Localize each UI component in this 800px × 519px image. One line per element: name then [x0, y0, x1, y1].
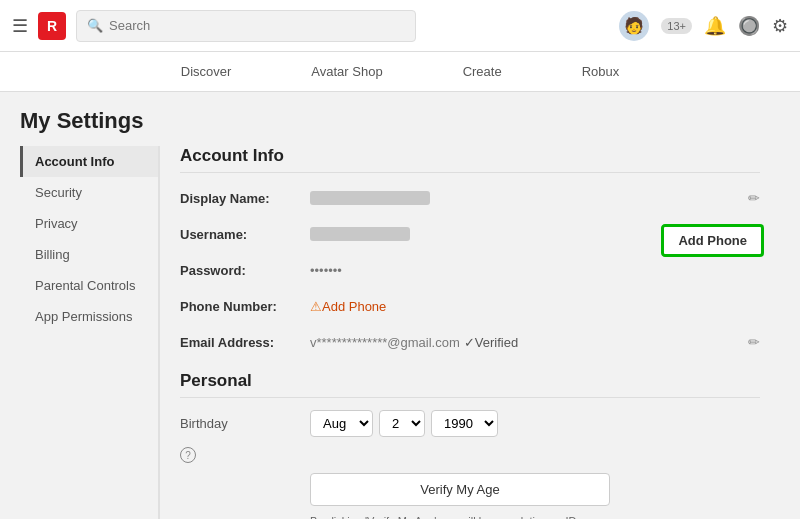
- verify-description: By clicking 'Verify My Age' you will be …: [310, 514, 630, 519]
- add-phone-link[interactable]: Add Phone: [322, 299, 386, 314]
- nav-right: 🧑 13+ 🔔 🔘 ⚙: [619, 11, 788, 41]
- nav-discover[interactable]: Discover: [181, 64, 232, 79]
- secondary-navigation: Discover Avatar Shop Create Robux: [0, 52, 800, 92]
- sidebar-item-account-info[interactable]: Account Info: [20, 146, 158, 177]
- sidebar: Account Info Security Privacy Billing Pa…: [20, 146, 160, 519]
- email-value: v**************@gmail.com: [310, 335, 460, 350]
- sidebar-item-parental-controls[interactable]: Parental Controls: [20, 270, 158, 301]
- help-icon-row: ?: [180, 447, 760, 463]
- personal-title: Personal: [180, 371, 760, 398]
- sidebar-item-billing[interactable]: Billing: [20, 239, 158, 270]
- birthday-day-select[interactable]: 2 1345: [379, 410, 425, 437]
- phone-warning-icon: ⚠: [310, 299, 322, 314]
- phone-label: Phone Number:: [180, 299, 310, 314]
- help-icon[interactable]: ?: [180, 447, 196, 463]
- verify-age-button[interactable]: Verify My Age: [310, 473, 610, 506]
- sidebar-item-app-permissions[interactable]: App Permissions: [20, 301, 158, 332]
- settings-icon[interactable]: ⚙: [772, 15, 788, 37]
- sidebar-item-privacy[interactable]: Privacy: [20, 208, 158, 239]
- avatar: 🧑: [619, 11, 649, 41]
- add-phone-btn-container: Add Phone: [661, 224, 764, 257]
- search-bar: 🔍: [76, 10, 416, 42]
- hamburger-icon[interactable]: ☰: [12, 15, 28, 37]
- verified-check-icon: ✓: [464, 335, 475, 350]
- display-name-label: Display Name:: [180, 191, 310, 206]
- page-title: My Settings: [20, 108, 780, 134]
- password-label: Password:: [180, 263, 310, 278]
- personal-section: Personal Birthday Aug JanFebMar AprMayJu…: [180, 371, 760, 519]
- account-info-title: Account Info: [180, 146, 760, 173]
- settings-area: Account Info Display Name: ✏ Username: ✏…: [160, 146, 780, 519]
- nav-create[interactable]: Create: [463, 64, 502, 79]
- email-edit-icon[interactable]: ✏: [748, 334, 760, 350]
- birthday-selects: Aug JanFebMar AprMayJun JulSepOct NovDec…: [310, 410, 498, 437]
- nav-robux[interactable]: Robux: [582, 64, 620, 79]
- nav-avatar-shop[interactable]: Avatar Shop: [311, 64, 382, 79]
- content-layout: Account Info Security Privacy Billing Pa…: [20, 146, 780, 519]
- password-value: •••••••: [310, 263, 342, 278]
- sidebar-item-security[interactable]: Security: [20, 177, 158, 208]
- email-row: Email Address: v**************@gmail.com…: [180, 329, 760, 355]
- display-name-edit-icon[interactable]: ✏: [748, 190, 760, 206]
- password-row: Password: ••••••• ✏: [180, 257, 760, 283]
- birthday-label: Birthday: [180, 416, 310, 431]
- notification-icon[interactable]: 🔔: [704, 15, 726, 37]
- birthday-month-select[interactable]: Aug JanFebMar AprMayJun JulSepOct NovDec: [310, 410, 373, 437]
- email-label: Email Address:: [180, 335, 310, 350]
- search-icon: 🔍: [87, 18, 103, 33]
- add-phone-button[interactable]: Add Phone: [661, 224, 764, 257]
- currency-icon[interactable]: 🔘: [738, 15, 760, 37]
- main-content: My Settings Account Info Security Privac…: [0, 92, 800, 519]
- top-navigation: ☰ R 🔍 🧑 13+ 🔔 🔘 ⚙: [0, 0, 800, 52]
- roblox-logo: R: [38, 12, 66, 40]
- birthday-year-select[interactable]: 1990 1988198919911992: [431, 410, 498, 437]
- username-value: [310, 227, 410, 241]
- username-label: Username:: [180, 227, 310, 242]
- age-badge: 13+: [661, 18, 692, 34]
- add-phone-link-text: Add Phone: [322, 299, 386, 314]
- search-input[interactable]: [109, 18, 405, 33]
- verified-label: Verified: [475, 335, 518, 350]
- phone-row: Phone Number: ⚠ Add Phone: [180, 293, 760, 319]
- birthday-row: Birthday Aug JanFebMar AprMayJun JulSepO…: [180, 410, 760, 437]
- display-name-value: [310, 191, 430, 205]
- password-edit-icon[interactable]: ✏: [348, 262, 360, 278]
- display-name-row: Display Name: ✏: [180, 185, 760, 211]
